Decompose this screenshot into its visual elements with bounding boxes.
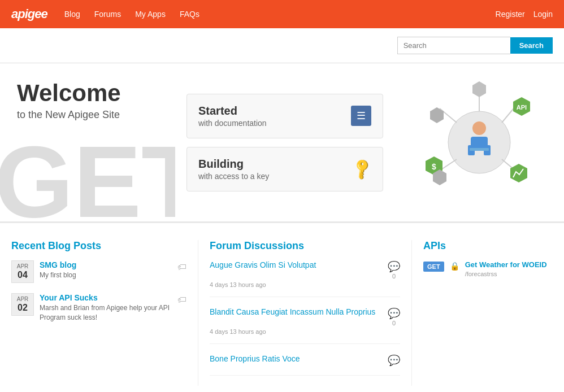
hero-subtitle: to the New Apigee Site [17,109,158,121]
hero-card-build-text: Building with access to a key [198,158,269,181]
nav-myapps[interactable]: My Apps [135,10,166,19]
nav-faqs[interactable]: FAQs [180,10,199,19]
forum-link-1[interactable]: Augue Gravis Olim Si Volutpat [210,260,382,269]
day-1: 04 [16,269,29,280]
comment-icon-1: 💬 [388,260,400,273]
nav-links: Blog Forums My Apps FAQs [64,10,496,19]
search-button[interactable]: Search [510,37,553,54]
apis-section: APIs GET 🔒 Get Weather for WOEID /foreca… [411,240,553,386]
api-path: /forecastrss [465,271,497,277]
blog-link-2[interactable]: Your API Sucks [40,293,172,302]
nav-auth: Register Login [496,10,553,19]
hero-card-doc-text: Started with documentation [198,104,267,128]
hero-card-build-title: Building [198,158,269,171]
tag-icon-2: 🏷 [177,295,186,305]
svg-point-1 [472,121,486,135]
lock-icon: 🔒 [450,262,459,271]
hero-illustration: API $ [394,63,564,221]
forum-link-3[interactable]: Bone Proprius Ratis Voce [210,354,382,363]
hero-card-doc-title: Started [198,104,267,117]
logo[interactable]: apigee [11,7,47,21]
comment-count-2: 💬 0 [388,307,400,326]
api-name-link[interactable]: Get Weather for WOEID [465,260,547,269]
hero-title: Welcome [17,80,158,106]
login-link[interactable]: Login [533,10,553,19]
register-link[interactable]: Register [496,10,525,19]
forum-time-2: 4 days 13 hours ago [210,328,266,335]
forum-item-1: Augue Gravis Olim Si Volutpat 💬 0 4 days… [210,260,400,297]
comment-count-1: 💬 0 [388,260,400,280]
hero-get-text: GET [0,131,175,221]
apis-section-title: APIs [423,240,553,252]
svg-text:API: API [517,104,527,111]
blog-post-1: Apr 04 SMG blog My first blog 🏷 [11,260,186,283]
forum-time-1: 4 days 13 hours ago [210,281,266,288]
comment-icon-3: 💬 [388,354,400,367]
doc-icon: ☰ [351,106,371,126]
blog-content-1: SMG blog My first blog [40,260,172,280]
hero-card-doc-subtitle: with documentation [198,119,267,128]
hero-card-build-subtitle: with access to a key [198,172,269,181]
hero-cards: Started with documentation ☰ Building wi… [175,63,394,221]
blog-post-2: Apr 02 Your API Sucks Marsh and Brian fr… [11,293,186,323]
forum-link-2[interactable]: Blandit Causa Feugiat Incassum Nulla Pro… [210,307,382,316]
forum-item-3: Bone Proprius Ratis Voce 💬 [210,354,400,376]
tag-icon-1: 🏷 [177,262,186,272]
blog-desc-2: Marsh and Brian from Apigee help your AP… [40,303,172,323]
svg-rect-5 [470,148,489,151]
nav-forums[interactable]: Forums [94,10,121,19]
hero-left: Welcome to the New Apigee Site GET [0,63,175,221]
hero-section: Welcome to the New Apigee Site GET Start… [0,63,564,221]
blog-section-title: Recent Blog Posts [11,240,186,252]
search-bar-area: Search [0,28,564,63]
forum-item-2: Blandit Causa Feugiat Incassum Nulla Pro… [210,307,400,344]
api-details-1: Get Weather for WOEID /forecastrss [465,260,547,278]
nav-blog[interactable]: Blog [64,10,80,19]
day-2: 02 [16,302,29,313]
top-navigation: apigee Blog Forums My Apps FAQs Register… [0,0,564,28]
svg-marker-16 [510,164,527,182]
blog-link-1[interactable]: SMG blog [40,260,172,269]
api-item-1: GET 🔒 Get Weather for WOEID /forecastrss [423,260,553,278]
search-input[interactable] [397,37,510,54]
date-badge-1: Apr 04 [11,260,34,283]
svg-text:$: $ [432,162,436,171]
forum-section: Forum Discussions Augue Gravis Olim Si V… [198,240,411,386]
hero-card-building[interactable]: Building with access to a key 🔑 [186,147,383,191]
api-method-badge: GET [423,262,444,272]
comment-icon-2: 💬 [388,307,400,320]
main-content: Recent Blog Posts Apr 04 SMG blog My fir… [0,221,564,392]
comment-count-3: 💬 [388,354,400,367]
key-icon: 🔑 [350,156,375,181]
forum-section-title: Forum Discussions [210,240,400,252]
date-badge-2: Apr 02 [11,293,34,316]
api-illustration-svg: API $ [414,80,544,204]
blog-section: Recent Blog Posts Apr 04 SMG blog My fir… [11,240,198,386]
blog-desc-1: My first blog [40,271,172,280]
month-2: Apr [16,296,29,302]
svg-marker-11 [472,81,486,97]
month-1: Apr [16,263,29,269]
blog-content-2: Your API Sucks Marsh and Brian from Apig… [40,293,172,323]
comment-num-1: 0 [392,273,396,280]
hero-card-documentation[interactable]: Started with documentation ☰ [186,94,383,138]
comment-num-2: 0 [392,320,396,326]
